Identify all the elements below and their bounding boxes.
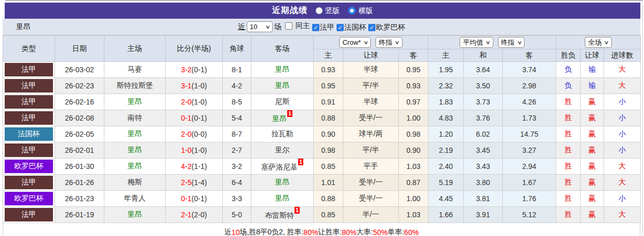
scope-select[interactable]: 全场 ∨	[585, 37, 611, 48]
team-name: 里昂	[128, 129, 142, 138]
home-team-cell: 斯特拉斯堡	[104, 78, 166, 94]
matches-suffix-label: 场	[274, 22, 281, 32]
team-name: 里昂	[275, 81, 290, 89]
corner-cell: 4-2	[223, 78, 251, 94]
league-badge: 法甲	[5, 143, 53, 157]
result-cell: 胜	[556, 175, 581, 191]
checkbox-checked-icon[interactable]: ✓	[368, 24, 375, 31]
chevron-down-icon: ∨	[604, 40, 609, 45]
odds-company-value: Crow*	[342, 38, 360, 46]
half-time-score: (0-1)	[192, 114, 207, 122]
goals-result-cell: 大	[604, 207, 641, 223]
layout-radio-horizontal[interactable]: 横版	[348, 6, 373, 16]
away-team-cell: 里昂	[251, 78, 314, 94]
league-cell: 欧罗巴杯	[3, 191, 55, 207]
odds-company-select[interactable]: Crow* ∨	[339, 37, 371, 48]
odds-index-select[interactable]: 终指 ∨	[375, 37, 402, 48]
avg-away-cell: 2.94	[503, 159, 556, 175]
score-cell: 2-0(0-0)	[166, 126, 223, 142]
half-time-score: (1-4)	[192, 178, 207, 187]
filter-checkbox[interactable]: ✓法国杯	[337, 23, 366, 32]
match-row: 法国杯26-02-05里昂2-0(0-0)8-7拉瓦勒0.90球半/两0.981…	[3, 126, 641, 142]
date-cell: 26-02-23	[55, 78, 104, 94]
results-table: 类型 日期 主场 比分(半场) 角球 客场 Crow* ∨ 终指 ∨	[3, 35, 641, 223]
full-time-score: 2-0	[181, 130, 192, 138]
average-select[interactable]: 平均值 ∨	[460, 37, 493, 48]
checkbox-checked-icon[interactable]: ✓	[312, 24, 319, 31]
near-link[interactable]: 近	[238, 22, 245, 32]
col-header-type: 类型	[3, 36, 55, 62]
chevron-down-icon: ∨	[395, 40, 400, 45]
avg-away-cell: 4.26	[503, 94, 556, 110]
league-cell: 法甲	[3, 94, 55, 110]
score-cell: 3-2(0-1)	[166, 62, 223, 78]
goals-result-cell: 小	[604, 191, 641, 207]
title-bar: 近期战绩 竖版 横版	[5, 3, 640, 19]
match-row: 法甲26-01-19里昂2-1(2-0)5-0布雷斯特10.85半/一1.031…	[3, 207, 641, 223]
home-team-cell: 马赛	[104, 62, 166, 78]
home-team-cell: 里昂	[104, 142, 166, 159]
avg-draw-cell: 3.73	[464, 94, 503, 110]
team-name: 斯特拉斯堡	[117, 81, 153, 89]
away-team-cell: 里昂	[251, 191, 314, 207]
team-name: 里尔	[275, 146, 290, 154]
scope-value: 全场	[588, 38, 601, 47]
radio-selected-icon[interactable]	[348, 7, 356, 15]
checkbox-checked-icon[interactable]: ✓	[337, 24, 344, 31]
handicap-result-cell: 赢	[581, 191, 604, 207]
team-name: 南特	[128, 113, 142, 122]
summary-segment: 10	[232, 228, 240, 236]
average-index-select[interactable]: 终指 ∨	[498, 37, 525, 48]
score-cell: 4-2(1-1)	[166, 159, 223, 175]
team-name: 里昂	[16, 22, 31, 32]
league-badge: 欧罗巴杯	[5, 192, 53, 205]
layout-radio-vertical[interactable]: 竖版	[316, 6, 340, 16]
avg-away-cell: 14.75	[503, 126, 556, 142]
radio-unselected-icon[interactable]	[316, 7, 323, 14]
team-name: 里昂	[128, 210, 142, 218]
handicap-cell: 受半/一	[343, 175, 399, 191]
avg-home-cell: 2.32	[428, 78, 464, 94]
avg-away-cell: 1.76	[503, 191, 556, 207]
checkbox-unchecked-icon[interactable]	[285, 22, 292, 30]
handicap-cell: 半球	[343, 62, 399, 78]
results-table-body: 法甲26-03-02马赛3-2(0-1)8-1里昂0.93半球0.951.953…	[3, 62, 641, 223]
sub-header-goals: 进球数	[604, 49, 641, 62]
sub-header-odds-home: 主	[314, 49, 343, 62]
score-cell: 2-0(1-0)	[166, 94, 223, 110]
handicap-result-cell: 赢	[581, 159, 604, 175]
home-team-cell: 里昂	[104, 126, 166, 142]
goals-result-cell: 小	[604, 142, 641, 159]
corner-cell: 3-3	[223, 191, 251, 207]
radio-vertical-label: 竖版	[325, 6, 340, 16]
filter-label: 同主	[296, 21, 310, 31]
odds-home-cell: 0.90	[314, 126, 343, 142]
league-badge: 法甲	[5, 79, 53, 93]
corner-cell: 3-2	[223, 159, 251, 175]
team-name: 梅斯	[128, 178, 142, 186]
filter-checkbox[interactable]: ✓法甲	[312, 23, 334, 32]
half-time-score: (1-1)	[192, 162, 207, 171]
full-time-score: 2-5	[181, 178, 192, 187]
full-time-score: 3-2	[181, 65, 192, 74]
odds-home-cell: 0.93	[314, 62, 343, 78]
goals-result-cell: 大	[604, 78, 641, 94]
summary-segment: 80%	[303, 228, 318, 236]
match-count-select[interactable]: 10 ∨	[247, 21, 273, 32]
league-badge: 法甲	[5, 95, 53, 109]
col-header-home: 主场	[104, 36, 166, 62]
filter-checkbox[interactable]: 同主	[285, 21, 310, 31]
chevron-down-icon: ∨	[486, 40, 491, 45]
odds-away-cell: 1.03	[399, 159, 428, 175]
filter-checkbox[interactable]: ✓欧罗巴杯	[368, 23, 405, 32]
match-row: 欧罗巴杯26-01-23年青人0-1(0-1)3-3里昂0.88受半/一1.00…	[3, 191, 641, 207]
sub-header-avg-draw: 和	[464, 49, 503, 62]
team-name: 里昂	[128, 162, 142, 170]
half-time-score: (1-0)	[192, 82, 207, 90]
full-time-score: 2-1	[181, 211, 192, 219]
summary-segment: 近	[224, 228, 232, 236]
average-group-header: 平均值 ∨ 终指 ∨	[428, 36, 556, 49]
avg-home-cell: 2.40	[428, 159, 464, 175]
home-team-cell: 梅斯	[104, 175, 166, 191]
chevron-down-icon: ∨	[363, 40, 368, 45]
